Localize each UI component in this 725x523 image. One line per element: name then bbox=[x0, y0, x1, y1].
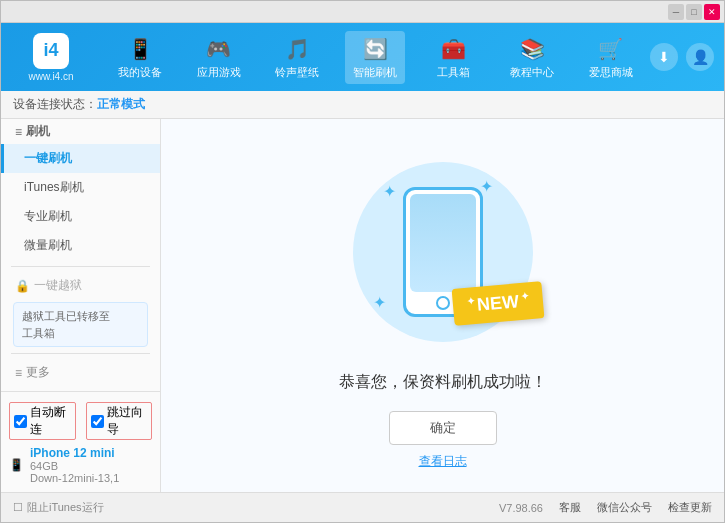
micro-label: 微量刷机 bbox=[24, 238, 72, 252]
success-text: 恭喜您，保资料刷机成功啦！ bbox=[339, 372, 547, 393]
sidebar-item-micro[interactable]: 微量刷机 bbox=[1, 231, 160, 260]
my-device-label: 我的设备 bbox=[118, 65, 162, 80]
jailbreak-note-line2: 工具箱 bbox=[22, 327, 55, 339]
content-area: ✦ ✦ ✦ NEW 恭喜您，保资料刷机成功啦！ 确定 查看日志 bbox=[161, 119, 724, 492]
confirm-button[interactable]: 确定 bbox=[389, 411, 497, 445]
sidebar-item-pro[interactable]: 专业刷机 bbox=[1, 202, 160, 231]
tutorials-label: 教程中心 bbox=[510, 65, 554, 80]
success-illustration: ✦ ✦ ✦ NEW bbox=[333, 142, 553, 362]
auto-disconnect-checkbox[interactable]: 自动断连 bbox=[9, 402, 76, 440]
footer-right: V7.98.66 客服 微信公众号 检查更新 bbox=[499, 500, 712, 515]
close-button[interactable]: ✕ bbox=[704, 4, 720, 20]
device-name: iPhone 12 mini bbox=[30, 446, 119, 460]
jailbreak-note-line1: 越狱工具已转移至 bbox=[22, 310, 110, 322]
device-model: Down-12mini-13,1 bbox=[30, 472, 119, 484]
checkbox-row: 自动断连 跳过向导 bbox=[9, 398, 152, 444]
pro-label: 专业刷机 bbox=[24, 209, 72, 223]
my-device-icon: 📱 bbox=[126, 35, 154, 63]
stop-itunes-icon: ☐ bbox=[13, 501, 23, 514]
apps-label: 应用游戏 bbox=[197, 65, 241, 80]
main-window: ─ □ ✕ i4 www.i4.cn 📱 我的设备 🎮 应用游戏 🎵 铃声壁纸 bbox=[0, 0, 725, 523]
new-ribbon: NEW bbox=[451, 281, 544, 326]
nav-ringtones[interactable]: 🎵 铃声壁纸 bbox=[267, 31, 327, 84]
update-link[interactable]: 检查更新 bbox=[668, 500, 712, 515]
view-log-link[interactable]: 查看日志 bbox=[419, 453, 467, 470]
phone-home-button bbox=[436, 296, 450, 310]
sidebar-divider-1 bbox=[11, 266, 150, 267]
phone-background: ✦ ✦ ✦ NEW bbox=[353, 162, 533, 342]
minimize-button[interactable]: ─ bbox=[668, 4, 684, 20]
sidebar-jailbreak-label: 🔒 一键越狱 bbox=[1, 273, 160, 298]
maximize-button[interactable]: □ bbox=[686, 4, 702, 20]
logo[interactable]: i4 www.i4.cn bbox=[11, 33, 91, 82]
toolbox-icon: 🧰 bbox=[440, 35, 468, 63]
flash-section-icon: ≡ bbox=[15, 125, 22, 139]
more-label: 更多 bbox=[26, 364, 50, 381]
titlebar: ─ □ ✕ bbox=[1, 1, 724, 23]
status-bar: 设备连接状态： 正常模式 bbox=[1, 91, 724, 119]
sparkle-3: ✦ bbox=[373, 293, 386, 312]
store-icon: 🛒 bbox=[597, 35, 625, 63]
apps-icon: 🎮 bbox=[205, 35, 233, 63]
device-storage: 64GB bbox=[30, 460, 119, 472]
header-right: ⬇ 👤 bbox=[650, 43, 714, 71]
sidebar-more-title: ≡ 更多 bbox=[1, 360, 160, 385]
stop-itunes-label: 阻止iTunes运行 bbox=[27, 500, 104, 515]
version-label: V7.98.66 bbox=[499, 502, 543, 514]
nav-tutorials[interactable]: 📚 教程中心 bbox=[502, 31, 562, 84]
flash-section-label: 刷机 bbox=[26, 123, 50, 140]
download-button[interactable]: ⬇ bbox=[650, 43, 678, 71]
nav-store[interactable]: 🛒 爱思商城 bbox=[581, 31, 641, 84]
device-row: 📱 iPhone 12 mini 64GB Down-12mini-13,1 bbox=[9, 444, 152, 486]
wechat-link[interactable]: 微信公众号 bbox=[597, 500, 652, 515]
tutorials-icon: 📚 bbox=[518, 35, 546, 63]
sidebar-main: ≡ 刷机 一键刷机 iTunes刷机 专业刷机 微量刷机 🔒 bbox=[1, 119, 160, 391]
sidebar-flash-section: ≡ 刷机 bbox=[1, 119, 160, 144]
one-click-label: 一键刷机 bbox=[24, 151, 72, 165]
smart-flash-label: 智能刷机 bbox=[353, 65, 397, 80]
device-icon: 📱 bbox=[9, 458, 24, 472]
status-value: 正常模式 bbox=[97, 96, 145, 113]
logo-icon: i4 bbox=[33, 33, 69, 69]
sparkle-1: ✦ bbox=[383, 182, 396, 201]
account-button[interactable]: 👤 bbox=[686, 43, 714, 71]
body-area: ≡ 刷机 一键刷机 iTunes刷机 专业刷机 微量刷机 🔒 bbox=[1, 119, 724, 492]
sidebar-divider-2 bbox=[11, 353, 150, 354]
lock-icon: 🔒 bbox=[15, 279, 30, 293]
store-label: 爱思商城 bbox=[589, 65, 633, 80]
nav-apps-games[interactable]: 🎮 应用游戏 bbox=[189, 31, 249, 84]
nav-smart-flash[interactable]: 🔄 智能刷机 bbox=[345, 31, 405, 84]
skip-wizard-checkbox[interactable]: 跳过向导 bbox=[86, 402, 153, 440]
sidebar-jailbreak-note: 越狱工具已转移至 工具箱 bbox=[13, 302, 148, 347]
status-label: 设备连接状态： bbox=[13, 96, 97, 113]
nav-toolbox[interactable]: 🧰 工具箱 bbox=[424, 31, 484, 84]
footer: ☐ 阻止iTunes运行 V7.98.66 客服 微信公众号 检查更新 bbox=[1, 492, 724, 522]
skip-wizard-input[interactable] bbox=[91, 415, 104, 428]
skip-wizard-label: 跳过向导 bbox=[107, 404, 148, 438]
left-panel: ≡ 刷机 一键刷机 iTunes刷机 专业刷机 微量刷机 🔒 bbox=[1, 119, 161, 492]
ringtones-label: 铃声壁纸 bbox=[275, 65, 319, 80]
auto-disconnect-input[interactable] bbox=[14, 415, 27, 428]
nav-my-device[interactable]: 📱 我的设备 bbox=[110, 31, 170, 84]
logo-url: www.i4.cn bbox=[28, 71, 73, 82]
nav-items: 📱 我的设备 🎮 应用游戏 🎵 铃声壁纸 🔄 智能刷机 🧰 工具箱 📚 bbox=[101, 31, 650, 84]
ringtones-icon: 🎵 bbox=[283, 35, 311, 63]
header: i4 www.i4.cn 📱 我的设备 🎮 应用游戏 🎵 铃声壁纸 🔄 智能刷机 bbox=[1, 23, 724, 91]
smart-flash-icon: 🔄 bbox=[361, 35, 389, 63]
phone-screen bbox=[410, 194, 476, 292]
auto-disconnect-label: 自动断连 bbox=[30, 404, 71, 438]
toolbox-label: 工具箱 bbox=[437, 65, 470, 80]
itunes-label: iTunes刷机 bbox=[24, 180, 84, 194]
sidebar-item-itunes[interactable]: iTunes刷机 bbox=[1, 173, 160, 202]
stop-itunes[interactable]: ☐ 阻止iTunes运行 bbox=[13, 500, 104, 515]
sidebar-item-one-click[interactable]: 一键刷机 bbox=[1, 144, 160, 173]
jailbreak-text: 一键越狱 bbox=[34, 277, 82, 294]
device-info: iPhone 12 mini 64GB Down-12mini-13,1 bbox=[30, 446, 119, 484]
service-link[interactable]: 客服 bbox=[559, 500, 581, 515]
logo-text: i4 bbox=[43, 40, 58, 61]
more-icon: ≡ bbox=[15, 366, 22, 380]
left-panel-footer: 自动断连 跳过向导 📱 iPhone 12 mini 64GB Down-12m… bbox=[1, 391, 160, 492]
